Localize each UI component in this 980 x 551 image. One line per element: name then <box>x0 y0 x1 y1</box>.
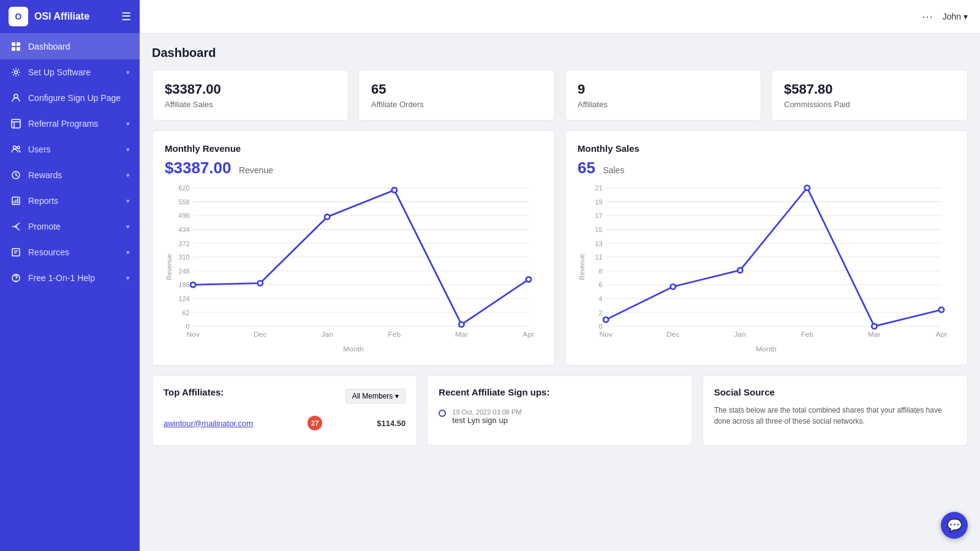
stat-value: 65 <box>371 81 542 97</box>
grid-icon[interactable]: ⋯ <box>922 10 933 23</box>
sidebar: O OSI Affiliate ☰ Dashboard Set Up Softw… <box>0 0 140 551</box>
stat-value: $587.80 <box>784 81 955 97</box>
app-logo: O <box>9 7 28 26</box>
sidebar-item-reports[interactable]: Reports ▾ <box>0 188 140 214</box>
chevron-icon: ▾ <box>126 197 130 205</box>
bottom-row: Top Affiliates: All Members ▾ awintour@m… <box>152 375 968 446</box>
svg-text:Month: Month <box>756 345 777 353</box>
svg-point-50 <box>393 189 396 192</box>
revenue-chart-area: 620558496434372310248186124620NovDecJanF… <box>165 181 542 353</box>
menu-icon[interactable]: ☰ <box>121 10 131 23</box>
affiliate-amount: $114.50 <box>377 419 405 428</box>
svg-text:6: 6 <box>599 281 603 288</box>
svg-text:310: 310 <box>178 253 189 261</box>
dashboard-icon <box>10 40 22 53</box>
svg-point-46 <box>258 282 262 285</box>
svg-text:2: 2 <box>599 309 603 317</box>
revenue-chart-svg: 620558496434372310248186124620NovDecJanF… <box>165 181 542 353</box>
sidebar-item-configure[interactable]: Configure Sign Up Page <box>0 85 140 111</box>
sidebar-item-users[interactable]: Users ▾ <box>0 137 140 162</box>
svg-point-5 <box>14 94 18 98</box>
app-title: OSI Affiliate <box>34 11 121 22</box>
sidebar-item-referral[interactable]: Referral Programs ▾ <box>0 111 140 137</box>
stat-card-affiliate-sales: $3387.00 Affiliate Sales <box>152 70 349 121</box>
revenue-chart-title: Monthly Revenue <box>165 143 542 154</box>
stat-card-commissions-paid: $587.80 Commissions Paid <box>771 70 968 121</box>
signup-date: 19 Oct, 2022 03:08 PM <box>452 408 521 416</box>
top-affiliates-card: Top Affiliates: All Members ▾ awintour@m… <box>152 375 417 446</box>
stat-card-affiliate-orders: 65 Affiliate Orders <box>358 70 555 121</box>
sidebar-item-label: Resources <box>28 247 69 257</box>
sales-chart-area: 21191715131186420NovDecJanFebMarAprMonth… <box>578 181 955 353</box>
svg-point-52 <box>460 323 464 326</box>
svg-text:Month: Month <box>343 345 364 353</box>
svg-text:8: 8 <box>599 268 603 275</box>
all-members-button[interactable]: All Members ▾ <box>345 389 406 403</box>
svg-text:Apr: Apr <box>523 330 535 339</box>
revenue-big-value: $3387.00 <box>165 159 231 178</box>
svg-rect-6 <box>12 119 20 128</box>
signup-item: 19 Oct, 2022 03:08 PM test Lyn sign up <box>439 405 680 429</box>
sidebar-item-label: Reports <box>28 196 58 206</box>
affiliate-count-badge: 27 <box>307 416 322 430</box>
page-title: Dashboard <box>152 46 968 60</box>
svg-text:Mar: Mar <box>868 330 881 339</box>
svg-text:19: 19 <box>595 198 602 206</box>
nav-menu: Dashboard Set Up Software ▾ Configure Si… <box>0 34 140 291</box>
promote-icon <box>10 220 22 233</box>
user-menu[interactable]: John ▾ <box>943 12 968 21</box>
sidebar-item-label: Rewards <box>28 170 62 180</box>
monthly-revenue-card: Monthly Revenue $3387.00 Revenue 6205584… <box>152 130 555 365</box>
svg-text:248: 248 <box>178 268 189 275</box>
stat-label: Affiliate Orders <box>371 100 542 109</box>
reports-icon <box>10 195 22 207</box>
sidebar-item-promote[interactable]: Promote ▾ <box>0 214 140 239</box>
sidebar-item-label: Set Up Software <box>28 67 91 77</box>
sidebar-item-resources[interactable]: Resources ▾ <box>0 239 140 265</box>
top-affiliates-title: Top Affiliates: <box>164 387 224 397</box>
svg-text:Jan: Jan <box>322 330 334 339</box>
svg-point-86 <box>604 318 608 321</box>
sidebar-item-dashboard[interactable]: Dashboard <box>0 34 140 59</box>
svg-point-54 <box>527 278 530 281</box>
affiliates-list: awintour@mailinator.com 27 $114.50 <box>164 412 405 434</box>
stat-label: Affiliates <box>578 100 748 109</box>
svg-text:Revenue: Revenue <box>165 253 173 280</box>
svg-text:Feb: Feb <box>801 330 813 339</box>
recent-signups-title: Recent Affiliate Sign ups: <box>439 387 680 397</box>
svg-text:62: 62 <box>182 309 189 317</box>
svg-text:0: 0 <box>599 323 603 330</box>
svg-point-48 <box>326 215 330 218</box>
sales-chart-svg: 21191715131186420NovDecJanFebMarAprMonth… <box>578 181 955 353</box>
chevron-down-icon: ▾ <box>963 12 968 21</box>
svg-point-88 <box>671 285 675 288</box>
recent-signups-card: Recent Affiliate Sign ups: 19 Oct, 2022 … <box>427 375 692 446</box>
chat-bubble[interactable]: 💬 <box>941 512 968 539</box>
svg-text:4: 4 <box>599 295 603 302</box>
signups-list: 19 Oct, 2022 03:08 PM test Lyn sign up <box>439 405 680 429</box>
sales-big-value: 65 <box>578 159 595 178</box>
resources-icon <box>10 246 22 258</box>
svg-text:Jan: Jan <box>734 330 747 339</box>
sidebar-item-setup[interactable]: Set Up Software ▾ <box>0 59 140 85</box>
svg-point-44 <box>191 283 195 286</box>
chevron-icon: ▾ <box>126 69 130 77</box>
affiliate-email[interactable]: awintour@mailinator.com <box>164 419 253 428</box>
svg-point-96 <box>940 308 943 311</box>
signup-name: test Lyn sign up <box>452 416 521 425</box>
topbar: ⋯ John ▾ <box>140 0 980 34</box>
chevron-icon: ▾ <box>126 171 130 179</box>
chevron-icon: ▾ <box>126 146 130 154</box>
revenue-sub-label: Revenue <box>239 165 273 175</box>
chevron-down-icon: ▾ <box>395 392 399 400</box>
sidebar-item-label: Users <box>28 144 51 154</box>
sidebar-item-rewards[interactable]: Rewards ▾ <box>0 162 140 188</box>
svg-text:124: 124 <box>178 295 189 302</box>
sidebar-item-help[interactable]: Free 1-On-1 Help ▾ <box>0 265 140 291</box>
svg-point-94 <box>873 324 876 328</box>
svg-point-20 <box>16 281 17 282</box>
sidebar-item-label: Free 1-On-1 Help <box>28 273 95 283</box>
svg-text:0: 0 <box>186 323 190 330</box>
svg-text:Revenue: Revenue <box>578 253 586 280</box>
svg-rect-3 <box>17 47 20 51</box>
